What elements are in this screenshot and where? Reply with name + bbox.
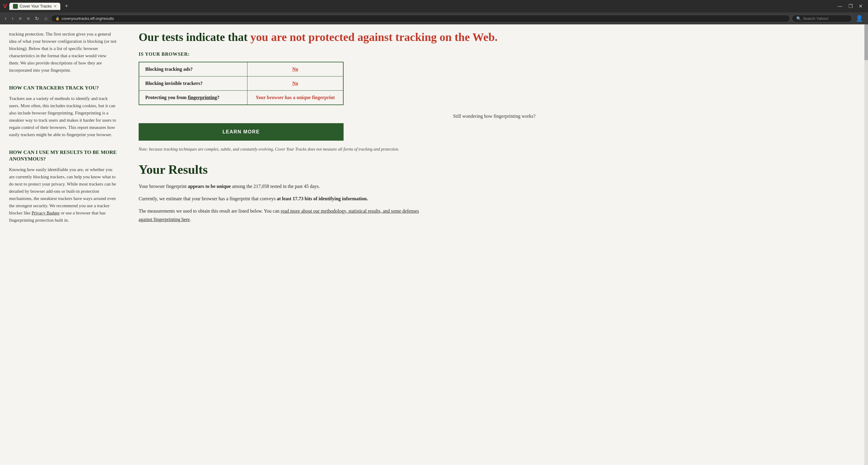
headline-prefix: Our tests indicate that — [138, 31, 250, 43]
test-result-headline: Our tests indicate that you are not prot… — [138, 30, 850, 44]
maximize-button[interactable]: ❐ — [846, 2, 855, 10]
fingerprinting-info: Still wondering how fingerprinting works… — [138, 113, 850, 141]
new-tab-button[interactable]: + — [63, 2, 71, 10]
search-placeholder: Search Yahoo! — [803, 16, 829, 21]
table-cell-question-2: Blocking invisible trackers? — [139, 76, 247, 90]
search-bar[interactable]: 🔍 Search Yahoo! — [792, 15, 852, 22]
results-p1-prefix: Your browser fingerprint — [138, 184, 188, 189]
question-text-2: Blocking invisible trackers? — [145, 81, 203, 86]
minimize-button[interactable]: — — [835, 2, 845, 10]
your-results-content: Your browser fingerprint appears to be u… — [138, 182, 425, 224]
table-cell-question-3: Protecting you from fingerprinting? — [139, 90, 247, 105]
sidebar: tracking protection. The first section g… — [0, 24, 127, 241]
results-paragraph-2: Currently, we estimate that your browser… — [138, 195, 425, 203]
tab-close-button[interactable]: ✕ — [54, 4, 57, 8]
results-p2-prefix: Currently, we estimate that your browser… — [138, 196, 277, 201]
history-back-button[interactable]: « — [17, 14, 24, 22]
fingerprinting-link[interactable]: fingerprinting — [188, 95, 217, 100]
results-p3-suffix: . — [190, 217, 191, 222]
sidebar-section-trackers: HOW CAN TRACKERS TRACK YOU? Trackers use… — [9, 85, 118, 138]
headline-highlighted: you are not protected against tracking o… — [250, 31, 498, 43]
nav-bar: ‹ › « » ↻ ⌂ 🔒 coveryourtracks.eff.org/re… — [0, 12, 868, 24]
back-button[interactable]: ‹ — [3, 14, 8, 22]
sidebar-trackers-heading: HOW CAN TRACKERS TRACK YOU? — [9, 85, 118, 91]
reload-button[interactable]: ↻ — [33, 14, 41, 23]
home-button[interactable]: ⌂ — [42, 14, 49, 22]
close-button[interactable]: ✕ — [856, 2, 865, 10]
browser-chrome: V Cover Your Tracks ✕ + — ❐ ✕ ‹ › « » ↻ … — [0, 0, 868, 24]
question-prefix-3: Protecting you from — [145, 95, 188, 100]
table-row: Blocking tracking ads? No — [139, 62, 343, 76]
sidebar-section-anonymous: HOW CAN I USE MY RESULTS TO BE MORE ANON… — [9, 149, 118, 224]
sidebar-section-intro: tracking protection. The first section g… — [9, 30, 118, 74]
tab-bar: V Cover Your Tracks ✕ + — ❐ ✕ — [0, 0, 868, 12]
lock-icon: 🔒 — [56, 16, 60, 21]
learn-more-button[interactable]: LEARN MORE — [138, 123, 344, 141]
sidebar-anonymous-text1: Knowing how easily identifiable you are,… — [9, 167, 116, 215]
table-cell-answer-1: No — [247, 62, 343, 76]
sidebar-trackers-text: Trackers use a variety of methods to ide… — [9, 95, 118, 138]
fingerprinting-question: Still wondering how fingerprinting works… — [138, 113, 850, 119]
sidebar-anonymous-text: Knowing how easily identifiable you are,… — [9, 166, 118, 224]
results-p1-bold: appears to be unique — [188, 184, 231, 189]
table-row: Blocking invisible trackers? No — [139, 76, 343, 90]
forward-button[interactable]: › — [10, 14, 15, 22]
disclaimer-note: Note: because tracking techniques are co… — [138, 146, 410, 153]
results-p1-suffix: among the 217,058 tested in the past 45 … — [231, 184, 320, 189]
sidebar-anonymous-heading: HOW CAN I USE MY RESULTS TO BE MORE ANON… — [9, 149, 118, 162]
page-container: tracking protection. The first section g… — [0, 24, 868, 241]
table-cell-answer-3: Your browser has a unique fingerprint — [247, 90, 343, 105]
privacy-badger-link[interactable]: Privacy Badger — [32, 210, 60, 215]
scrollbar-thumb[interactable] — [864, 24, 868, 60]
question-text-1: Blocking tracking ads? — [145, 67, 193, 72]
history-forward-button[interactable]: » — [25, 14, 32, 22]
your-results-heading: Your Results — [138, 162, 850, 177]
results-p3-prefix: The measurements we used to obtain this … — [138, 208, 281, 213]
search-icon: 🔍 — [796, 16, 801, 21]
is-your-browser-label: IS YOUR BROWSER: — [138, 52, 850, 57]
table-cell-question-1: Blocking tracking ads? — [139, 62, 247, 76]
window-controls: — ❐ ✕ — [835, 2, 865, 10]
active-tab[interactable]: Cover Your Tracks ✕ — [9, 3, 60, 10]
results-paragraph-3: The measurements we used to obtain this … — [138, 207, 425, 223]
answer-text-1: No — [292, 67, 299, 72]
tab-title: Cover Your Tracks — [20, 4, 52, 8]
vivaldi-logo-icon: V — [3, 3, 7, 10]
answer-text-2: No — [292, 81, 299, 86]
tab-favicon — [13, 4, 18, 9]
scrollbar-track[interactable] — [864, 24, 868, 241]
sidebar-intro-text: tracking protection. The first section g… — [9, 30, 118, 74]
table-row: Protecting you from fingerprinting? Your… — [139, 90, 343, 105]
question-suffix-3: ? — [217, 95, 219, 100]
table-cell-answer-2: No — [247, 76, 343, 90]
main-content: Our tests indicate that you are not prot… — [127, 24, 868, 241]
address-bar[interactable]: 🔒 coveryourtracks.eff.org/results — [51, 15, 790, 22]
answer-text-3: Your browser has a unique fingerprint — [255, 95, 335, 100]
profile-button[interactable]: 👤 — [854, 13, 865, 23]
results-table: Blocking tracking ads? No Blocking invis… — [138, 62, 344, 105]
results-p2-bold: at least 17.73 bits of identifying infor… — [277, 196, 368, 201]
url-text: coveryourtracks.eff.org/results — [61, 16, 114, 21]
results-paragraph-1: Your browser fingerprint appears to be u… — [138, 182, 425, 190]
